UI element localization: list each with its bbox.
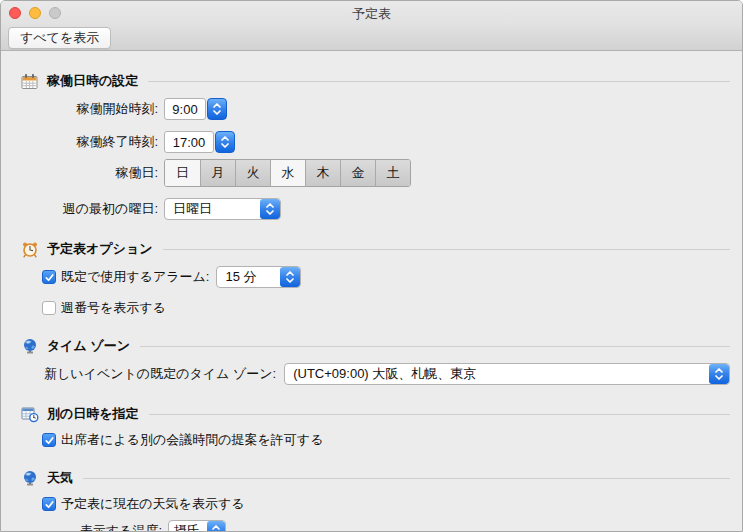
time-zone-value: (UTC+09:00) 大阪、札幌、東京 [285, 364, 709, 384]
first-day-row: 週の最初の曜日: 日曜日 [21, 198, 730, 220]
section-divider [140, 346, 730, 347]
first-day-popup[interactable]: 日曜日 [164, 198, 281, 220]
time-zone-label: 新しいイベントの既定のタイム ゾーン: [44, 365, 276, 383]
day-segment-sun[interactable]: 日 [165, 160, 200, 186]
temperature-value: 摂氏 [169, 521, 207, 532]
time-proposals-row: 出席者による別の会議時間の提案を許可する [21, 431, 730, 449]
work-days-label: 稼働日: [21, 164, 158, 182]
section-weather-header: 天気 [21, 469, 730, 487]
calendar-icon [21, 73, 39, 90]
work-end-stepper[interactable] [215, 131, 235, 153]
chevron-up-down-icon [280, 267, 300, 287]
work-start-time-field[interactable]: 9:00 [164, 98, 206, 120]
default-alarm-label: 既定で使用するアラーム: [61, 268, 209, 286]
chevron-up-down-icon [207, 521, 225, 532]
show-weather-label: 予定表に現在の天気を表示する [61, 495, 245, 513]
section-work-hours-header: 稼働日時の設定 [21, 72, 730, 90]
alarm-clock-icon [21, 241, 39, 258]
week-numbers-row: 週番号を表示する [21, 299, 730, 317]
show-weather-checkbox[interactable] [42, 497, 56, 511]
temperature-row: 表示する温度: 摂氏 [21, 520, 730, 532]
work-start-row: 稼働開始時刻: 9:00 [21, 98, 730, 120]
section-divider [148, 81, 730, 82]
section-calendar-options-header: 予定表オプション [21, 240, 730, 258]
time-proposals-checkbox[interactable] [42, 433, 56, 447]
globe-icon [21, 470, 39, 487]
temperature-label: 表示する温度: [21, 522, 162, 532]
week-numbers-label: 週番号を表示する [61, 299, 166, 317]
day-segment-tue[interactable]: 火 [235, 160, 270, 186]
day-segment-fri[interactable]: 金 [340, 160, 375, 186]
section-title-alternate-time: 別の日時を指定 [47, 405, 139, 423]
first-day-label: 週の最初の曜日: [21, 200, 158, 218]
temperature-popup[interactable]: 摂氏 [168, 520, 226, 532]
default-alarm-row: 既定で使用するアラーム: 15 分 [21, 266, 730, 288]
day-segment-thu[interactable]: 木 [305, 160, 340, 186]
work-start-stepper[interactable] [207, 98, 227, 120]
week-numbers-checkbox[interactable] [42, 301, 56, 315]
show-all-button[interactable]: すべてを表示 [8, 27, 111, 49]
table-clock-icon [21, 406, 39, 423]
show-weather-row: 予定表に現在の天気を表示する [21, 495, 730, 513]
work-end-row: 稼働終了時刻: 17:00 [21, 131, 730, 153]
section-divider [83, 478, 730, 479]
section-title-weather: 天気 [47, 469, 73, 487]
default-alarm-popup[interactable]: 15 分 [216, 266, 301, 288]
section-title-time-zone: タイム ゾーン [47, 337, 130, 355]
chevron-up-down-icon [260, 199, 280, 219]
work-end-time-field[interactable]: 17:00 [164, 131, 214, 153]
time-proposals-label: 出席者による別の会議時間の提案を許可する [61, 431, 323, 449]
section-title-work-hours: 稼働日時の設定 [47, 72, 138, 90]
title-bar[interactable]: 予定表 [1, 1, 742, 23]
time-zone-popup[interactable]: (UTC+09:00) 大阪、札幌、東京 [284, 363, 730, 385]
chevron-up-down-icon [709, 364, 729, 384]
preferences-content: 稼働日時の設定 稼働開始時刻: 9:00 稼働終了時刻: 17:00 稼働日: … [1, 72, 742, 532]
section-divider [163, 249, 730, 250]
work-days-row: 稼働日: 日 月 火 水 木 金 土 [21, 159, 730, 187]
work-start-label: 稼働開始時刻: [21, 100, 158, 118]
day-segment-wed[interactable]: 水 [270, 160, 305, 186]
work-end-label: 稼働終了時刻: [21, 133, 158, 151]
preferences-window: 予定表 すべてを表示 稼働日時の設定 稼働開始時刻: 9:00 [0, 0, 743, 532]
first-day-value: 日曜日 [165, 199, 260, 219]
default-alarm-value: 15 分 [217, 267, 280, 287]
section-divider [149, 414, 730, 415]
time-zone-row: 新しいイベントの既定のタイム ゾーン: (UTC+09:00) 大阪、札幌、東京 [21, 363, 730, 385]
work-days-segmented-control: 日 月 火 水 木 金 土 [164, 159, 411, 187]
day-segment-sat[interactable]: 土 [375, 160, 410, 186]
window-title: 予定表 [1, 5, 742, 23]
window-chrome: 予定表 すべてを表示 [1, 1, 742, 51]
globe-icon [21, 338, 39, 355]
section-time-zone-header: タイム ゾーン [21, 337, 730, 355]
section-title-calendar-options: 予定表オプション [47, 240, 153, 258]
default-alarm-checkbox[interactable] [42, 270, 56, 284]
section-alternate-time-header: 別の日時を指定 [21, 405, 730, 423]
day-segment-mon[interactable]: 月 [200, 160, 235, 186]
